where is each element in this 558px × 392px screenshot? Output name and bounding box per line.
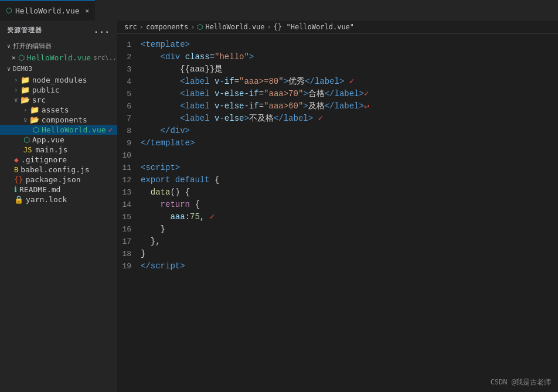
- demo3-section[interactable]: ∨ DEMO3: [0, 63, 117, 75]
- components-label: components: [42, 115, 87, 124]
- sidebar-more-button[interactable]: ...: [94, 25, 110, 35]
- line-content: <div class="hello">: [141, 51, 558, 63]
- readme-icon: ℹ: [14, 185, 17, 194]
- tree-item-package-json[interactable]: {} package.json: [0, 175, 117, 185]
- line-content: },: [141, 236, 558, 248]
- opened-editors-section[interactable]: ∨ 打开的编辑器: [0, 39, 117, 53]
- sidebar-header: 资源管理器 ...: [0, 21, 117, 39]
- breadcrumb-sep2: ›: [190, 23, 195, 31]
- folder-icon: 📁: [21, 76, 30, 84]
- editor-area: src › components › ⬡ HelloWorld.vue › {}…: [117, 21, 558, 392]
- code-line: 9</template>: [117, 137, 558, 149]
- line-number: 18: [117, 248, 141, 260]
- line-content: {{aaa}}是: [141, 63, 558, 76]
- tab-label: HelloWorld.vue: [15, 6, 80, 15]
- src-label: src: [32, 96, 46, 104]
- public-label: public: [32, 86, 60, 94]
- code-line: 11<script>: [117, 162, 558, 174]
- code-line: 2 <div class="hello">: [117, 51, 558, 63]
- tree-item-gitignore[interactable]: ◆ .gitignore: [0, 155, 117, 165]
- tree-item-babel[interactable]: B babel.config.js: [0, 165, 117, 175]
- breadcrumb-vue-icon: ⬡: [197, 23, 203, 31]
- line-content: <template>: [141, 39, 558, 51]
- chevron-icon: ∨: [7, 43, 11, 49]
- tree-item-app-vue[interactable]: ⬡ App.vue: [0, 135, 117, 145]
- tab-bar: ⬡ HelloWorld.vue ✕: [0, 0, 558, 21]
- tab-helloworld[interactable]: ⬡ HelloWorld.vue ✕: [0, 0, 95, 21]
- code-line: 1<template>: [117, 39, 558, 51]
- line-number: 1: [117, 39, 141, 51]
- breadcrumb-file: HelloWorld.vue: [205, 23, 264, 31]
- main-area: 资源管理器 ... ∨ 打开的编辑器 ✕ ⬡ HelloWorld.vue sr…: [0, 21, 558, 392]
- code-line: 12export default {: [117, 174, 558, 186]
- line-content: }: [141, 223, 558, 236]
- package-json-label: package.json: [26, 175, 81, 184]
- node-modules-label: node_modules: [32, 76, 87, 84]
- tree-item-public[interactable]: › 📁 public: [0, 85, 117, 95]
- code-line: 8 </div>: [117, 125, 558, 137]
- tree-item-readme[interactable]: ℹ README.md: [0, 185, 117, 195]
- code-line: 14 return {: [117, 199, 558, 211]
- tree-item-main-js[interactable]: JS main.js: [0, 145, 117, 155]
- lock-icon: 🔒: [14, 195, 23, 204]
- breadcrumb-src: src: [124, 23, 137, 31]
- line-number: 10: [117, 149, 141, 162]
- line-content: <script>: [141, 162, 558, 174]
- breadcrumb-sep3: ›: [267, 23, 271, 31]
- line-content: </script>: [141, 260, 558, 272]
- tree-item-node-modules[interactable]: › 📁 node_modules: [0, 75, 117, 85]
- js-icon: JS: [23, 146, 32, 154]
- line-number: 17: [117, 236, 141, 248]
- breadcrumb-components: components: [146, 23, 188, 31]
- vue-file-icon: ⬡: [18, 53, 25, 62]
- file-tree: › 📁 node_modules › 📁 public ∨ 📂 src: [0, 75, 117, 392]
- main-js-label: main.js: [35, 145, 67, 154]
- line-content: export default {: [141, 174, 558, 186]
- line-content: <label v-if="aaa>=80">优秀</label> ✓: [141, 76, 558, 88]
- tree-item-assets[interactable]: › 📁 assets: [0, 105, 117, 115]
- line-number: 12: [117, 174, 141, 186]
- line-content: <label v-else>不及格</label> ✓: [141, 113, 558, 125]
- code-line: 18}: [117, 248, 558, 260]
- line-content: data() {: [141, 186, 558, 199]
- code-line: 5 <label v-else-if="aaa>70">合格</label>✓: [117, 88, 558, 100]
- line-number: 8: [117, 125, 141, 137]
- tree-item-yarn-lock[interactable]: 🔒 yarn.lock: [0, 195, 117, 204]
- demo3-chevron: ∨: [7, 66, 11, 72]
- close-icon: ✕: [12, 54, 16, 62]
- code-line: 17 },: [117, 236, 558, 248]
- checkmark-icon: ✓: [108, 125, 113, 134]
- code-line: 19</script>: [117, 260, 558, 272]
- opened-file-helloworld[interactable]: ✕ ⬡ HelloWorld.vue src\...: [0, 53, 117, 63]
- package-icon: {}: [14, 175, 23, 184]
- line-content: }: [141, 248, 558, 260]
- opened-filepath: src\...: [93, 54, 117, 62]
- git-icon: ◆: [14, 155, 19, 164]
- tab-close-button[interactable]: ✕: [86, 7, 90, 15]
- tree-item-helloworld-vue[interactable]: ⬡ HelloWorld.vue ✓: [0, 125, 117, 135]
- line-number: 19: [117, 260, 141, 272]
- opened-editors-label: 打开的编辑器: [13, 42, 52, 50]
- gitignore-label: .gitignore: [21, 155, 67, 164]
- code-editor[interactable]: 1<template>2 <div class="hello">3 {{aaa}…: [117, 34, 558, 392]
- code-line: 15 aaa:75, ✓: [117, 211, 558, 223]
- tree-item-components[interactable]: ∨ 📂 components: [0, 115, 117, 125]
- sidebar: 资源管理器 ... ∨ 打开的编辑器 ✕ ⬡ HelloWorld.vue sr…: [0, 21, 117, 392]
- demo3-label: DEMO3: [13, 65, 32, 73]
- line-content: aaa:75, ✓: [141, 211, 558, 223]
- sidebar-title: 资源管理器: [7, 26, 42, 35]
- code-line: 13 data() {: [117, 186, 558, 199]
- folder-open-icon: 📂: [21, 96, 30, 104]
- line-content: <label v-else-if="aaa>60">及格</label>↵: [141, 100, 558, 113]
- line-number: 15: [117, 211, 141, 223]
- line-number: 9: [117, 137, 141, 149]
- code-line: 7 <label v-else>不及格</label> ✓: [117, 113, 558, 125]
- line-content: return {: [141, 199, 558, 211]
- breadcrumb-sep1: ›: [140, 23, 144, 31]
- tree-item-src[interactable]: ∨ 📂 src: [0, 95, 117, 105]
- line-number: 16: [117, 223, 141, 236]
- line-number: 11: [117, 162, 141, 174]
- app-vue-label: App.vue: [32, 135, 64, 144]
- line-number: 7: [117, 113, 141, 125]
- vue-icon: ⬡: [23, 135, 30, 144]
